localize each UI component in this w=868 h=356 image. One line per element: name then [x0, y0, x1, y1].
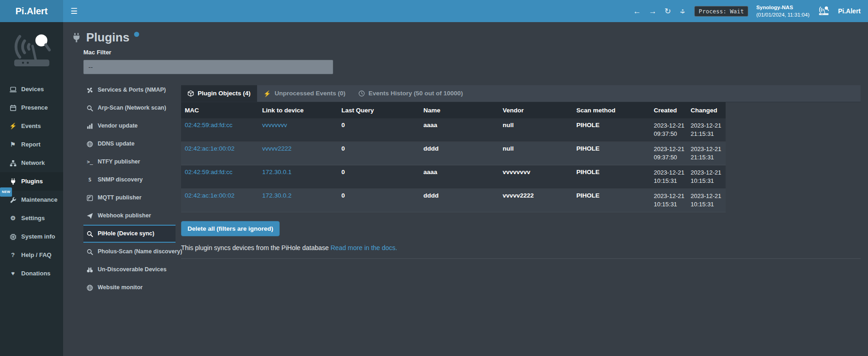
plugin-menu-label: MQTT publisher: [98, 193, 141, 202]
sidebar-item-settings[interactable]: ⚙ Settings: [0, 209, 63, 228]
changed-date: 2023-12-21: [691, 169, 725, 177]
plugin-panel: Plugin Objects (4) ⚡ Unprocessed Events …: [181, 85, 861, 259]
page-title: Plugins: [86, 30, 129, 44]
created-date: 2023-12-21: [654, 145, 686, 153]
created-date: 2023-12-21: [654, 169, 686, 177]
mac-link[interactable]: 02:42:ac:1e:00:02: [185, 145, 235, 152]
plugin-menu-item-arpscan[interactable]: Arp-Scan (Network scan): [83, 99, 176, 117]
plugin-menu-label: Arp-Scan (Network scan): [98, 104, 166, 112]
plugin-menu-item-vendor-update[interactable]: Vendor update: [83, 117, 176, 135]
scan-method-cell: PIHOLE: [573, 165, 650, 189]
app-body: Devices Presence ⚡ Events ⚑ Report Netwo…: [0, 22, 868, 356]
plugin-menu-item-nmap[interactable]: Services & Ports (NMAP): [83, 81, 176, 99]
refresh-icon[interactable]: ↻: [664, 7, 671, 15]
column-header-created: Created: [650, 102, 687, 118]
magnifier-icon: [86, 249, 94, 255]
back-icon[interactable]: ←: [633, 7, 641, 15]
move-arrows-icon[interactable]: ↔ ↕: [679, 7, 686, 15]
tab-label: Unprocessed Events (0): [275, 89, 346, 98]
last-query-cell: 0: [338, 142, 420, 165]
plugin-menu-label: Website monitor: [98, 283, 143, 292]
device-link[interactable]: 172.30.0.2: [262, 192, 292, 199]
plugin-menu-item-ntfy[interactable]: >_ NTFY publisher: [83, 153, 176, 171]
plugin-menu-item-website-monitor[interactable]: Website monitor: [83, 279, 176, 297]
mac-link[interactable]: 02:42:ac:1e:00:02: [185, 192, 235, 199]
mac-filter-input[interactable]: [83, 60, 333, 74]
bolt-icon: ⚡: [9, 123, 17, 130]
mac-link[interactable]: 02:42:59:ad:fd:cc: [185, 122, 233, 128]
mac-filter-block: Mac Filter: [83, 49, 861, 74]
sidebar-item-events[interactable]: ⚡ Events: [0, 117, 63, 135]
changed-time: 10:15:31: [691, 200, 725, 209]
plugin-menu-item-pholus[interactable]: Pholus-Scan (Name discovery): [83, 243, 176, 261]
calendar-icon: [9, 105, 17, 111]
last-query-cell: 0: [338, 118, 420, 142]
laptop-icon: [9, 86, 17, 93]
plugin-menu-item-snmp[interactable]: S SNMP discovery: [83, 171, 176, 189]
plugin-menu-item-undiscoverable[interactable]: Un-Discoverable Devices: [83, 261, 176, 279]
tab-events-history[interactable]: Events History (50 out of 10000): [352, 85, 469, 102]
tab-plugin-objects[interactable]: Plugin Objects (4): [181, 85, 257, 102]
changed-date: 2023-12-21: [691, 122, 725, 130]
sidebar-item-help-faq[interactable]: ? Help / FAQ: [0, 246, 63, 264]
table-row: 02:42:59:ad:fd:cc vvvvvvvv 0 aaaa null P…: [181, 118, 726, 142]
plugin-menu-label: DDNS update: [98, 140, 135, 148]
heart-icon: ♥: [9, 270, 17, 277]
column-header-changed: Changed: [687, 102, 726, 118]
plugins-info-badge[interactable]: [134, 32, 139, 37]
last-query-cell: 0: [338, 165, 420, 189]
sidebar-item-label: Settings: [21, 215, 45, 222]
table-row: 02:42:ac:1e:00:02 vvvvv2222 0 dddd null …: [181, 142, 726, 165]
tab-unprocessed-events[interactable]: ⚡ Unprocessed Events (0): [257, 85, 352, 102]
created-cell: 2023-12-21 10:15:31: [650, 165, 687, 189]
sidebar-item-presence[interactable]: Presence: [0, 99, 63, 117]
forward-icon[interactable]: →: [649, 7, 657, 15]
pialert-mini-logo-icon: [817, 6, 830, 17]
brand-logo[interactable]: Pi.Alert: [0, 0, 63, 22]
host-timestamp: (01/01/2024, 11:31:04): [756, 11, 809, 18]
plugin-menu-item-pihole[interactable]: PiHole (Device sync): [83, 225, 176, 243]
sidebar: Devices Presence ⚡ Events ⚑ Report Netwo…: [0, 22, 63, 356]
sidebar-item-label: Plugins: [21, 178, 43, 185]
created-cell: 2023-12-21 09:37:50: [650, 118, 687, 142]
plugin-menu-item-webhook[interactable]: Webhook publisher: [83, 207, 176, 225]
mac-link[interactable]: 02:42:59:ad:fd:cc: [185, 169, 233, 175]
device-link[interactable]: 172.30.0.1: [262, 169, 292, 175]
created-cell: 2023-12-21 09:37:50: [650, 142, 687, 165]
created-date: 2023-12-21: [654, 192, 686, 200]
changed-date: 2023-12-21: [691, 192, 725, 200]
plugin-menu-label: Pholus-Scan (Name discovery): [98, 247, 182, 256]
sidebar-item-maintenance[interactable]: NEW Maintenance: [0, 191, 63, 209]
plugin-menu-item-ddns-update[interactable]: DDNS update: [83, 135, 176, 153]
sidebar-item-label: Maintenance: [21, 196, 58, 204]
sidebar-item-network[interactable]: Network: [0, 154, 63, 172]
fan-icon: [86, 87, 94, 93]
plugin-menu-item-mqtt[interactable]: MQTT publisher: [83, 189, 176, 207]
column-header-link: Link to device: [258, 102, 338, 118]
sidebar-item-label: Donations: [21, 270, 51, 277]
sidebar-toggle-icon[interactable]: ☰: [70, 6, 77, 16]
plugin-description: This plugin syncs devices from the PiHol…: [181, 244, 861, 259]
column-header-last-query: Last Query: [338, 102, 420, 118]
magnifier-icon: [86, 231, 94, 237]
created-cell: 2023-12-21 10:15:31: [650, 189, 687, 212]
app-name: Pi.Alert: [838, 7, 861, 15]
sidebar-item-system-info[interactable]: System info: [0, 228, 63, 246]
tab-bar: Plugin Objects (4) ⚡ Unprocessed Events …: [181, 85, 861, 102]
sidebar-item-report[interactable]: ⚑ Report: [0, 135, 63, 154]
main-content: Plugins Mac Filter Services & Ports (NMA…: [63, 22, 868, 356]
sidebar-item-donations[interactable]: ♥ Donations: [0, 264, 63, 283]
wrench-icon: [9, 197, 17, 204]
created-date: 2023-12-21: [654, 122, 686, 130]
table-header-row: MAC Link to device Last Query Name Vendo…: [181, 102, 726, 118]
delete-all-button[interactable]: Delete all (filters are ignored): [181, 221, 280, 236]
device-link[interactable]: vvvvvvvv: [262, 122, 287, 128]
changed-time: 21:15:31: [691, 153, 725, 162]
topbar: Pi.Alert ☰ ← → ↻ ↔ ↕ Process: Wait Synol…: [0, 0, 868, 22]
question-icon: ?: [9, 251, 17, 259]
plug-icon: [71, 33, 82, 43]
docs-link[interactable]: Read more in the docs.: [331, 244, 398, 251]
device-link[interactable]: vvvvv2222: [262, 145, 292, 152]
plugins-content: Services & Ports (NMAP) Arp-Scan (Networ…: [70, 85, 861, 297]
sidebar-item-devices[interactable]: Devices: [0, 80, 63, 99]
